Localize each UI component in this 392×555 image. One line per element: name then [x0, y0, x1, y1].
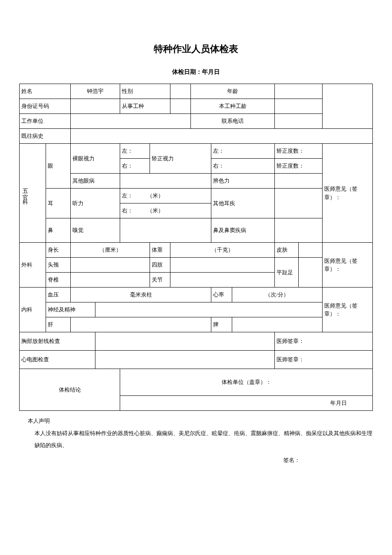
bp-value[interactable]: 毫米汞柱 — [71, 288, 211, 302]
nose-label: 鼻 — [46, 218, 71, 243]
id-value[interactable] — [71, 99, 120, 114]
limbs-label: 四肢 — [150, 258, 170, 273]
gender-label: 性别 — [120, 84, 170, 99]
bp-label: 血压 — [46, 288, 71, 302]
id-label: 身份证号码 — [20, 99, 71, 114]
declaration-body: 本人没有妨碍从事相应特种作业的器质性心脏病、癫痫病、美尼尔氏症、眩晕症、疮病、震… — [19, 427, 373, 452]
corrected-vision-label: 矫正视力 — [150, 144, 211, 174]
head-neck-value[interactable] — [71, 258, 150, 273]
other-ear-value[interactable] — [274, 189, 322, 218]
conclusion-date[interactable]: 年月日 — [120, 396, 373, 411]
color-sense-value[interactable] — [274, 174, 322, 189]
nerve-value[interactable] — [95, 302, 323, 317]
table-row: 姓名 钟浩宇 性别 年龄 — [20, 84, 373, 99]
spleen-value[interactable] — [232, 317, 322, 332]
spine-value[interactable] — [71, 273, 150, 288]
history-value[interactable] — [71, 129, 373, 144]
xray-label: 胸部放射线检查 — [20, 332, 95, 351]
worktype-value[interactable] — [170, 99, 191, 114]
hearing-left[interactable]: 左： （米） — [120, 189, 211, 203]
surgery-label: 外科 — [20, 243, 46, 288]
nose-disease-value[interactable] — [274, 218, 322, 243]
liver-value[interactable] — [71, 317, 211, 332]
skin-value[interactable] — [298, 243, 322, 258]
phone-value[interactable] — [274, 114, 322, 129]
table-row: 体检结论 体检单位（盖章）： — [20, 369, 373, 396]
spleen-label: 脾 — [211, 317, 232, 332]
nerve-label: 神经及精神 — [46, 302, 95, 317]
photo-cell — [322, 84, 372, 129]
table-row: 外科 身长 （厘米） 体重 （千克） 皮肤 医师意见（签章）： — [20, 243, 373, 258]
table-row: 心电图检查 医师签章： — [20, 351, 373, 369]
page-title: 特种作业人员体检表 — [19, 43, 373, 55]
spine-label: 脊椎 — [46, 273, 71, 288]
age-value[interactable] — [274, 84, 322, 99]
exam-date: 体检日期：年月日 — [19, 68, 373, 76]
doctor-opinion-internal[interactable]: 医师意见（签章）： — [322, 288, 372, 332]
height-value[interactable]: （厘米） — [71, 243, 150, 258]
corrected-right[interactable]: 右： — [211, 159, 274, 174]
joint-label: 关节 — [150, 273, 170, 288]
height-label: 身长 — [46, 243, 71, 258]
name-value[interactable]: 钟浩宇 — [71, 84, 120, 99]
history-label: 既往病史 — [20, 129, 71, 144]
table-row: 既往病史 — [20, 129, 373, 144]
doctor-opinion-surgery[interactable]: 医师意见（签章）： — [322, 243, 372, 288]
limbs-value[interactable] — [170, 258, 274, 273]
ecg-value[interactable] — [95, 351, 274, 369]
table-row: 胸部放射线检查 医师签章： — [20, 332, 373, 351]
head-neck-label: 头颈 — [46, 258, 71, 273]
phone-label: 联系电话 — [191, 114, 274, 129]
smell-label: 嗅觉 — [71, 218, 120, 243]
hr-label: 心率 — [211, 288, 232, 302]
smell-value[interactable] — [120, 218, 211, 243]
exam-form-table: 姓名 钟浩宇 性别 年龄 身份证号码 从事工种 本工种工龄 工作单位 联系电话 … — [19, 84, 373, 411]
page: 特种作业人员体检表 体检日期：年月日 姓名 钟浩宇 性别 年龄 身份证号码 从事… — [0, 0, 392, 555]
other-eye-label: 其他眼病 — [71, 174, 120, 189]
workunit-value[interactable] — [71, 114, 191, 129]
eye-label: 眼 — [46, 144, 71, 189]
name-label: 姓名 — [20, 84, 71, 99]
age-label: 年龄 — [191, 84, 274, 99]
hearing-right[interactable]: 右： （米） — [120, 203, 211, 218]
ecg-label: 心电图检查 — [20, 351, 95, 369]
weight-value[interactable]: （千克） — [170, 243, 274, 258]
hr-value[interactable]: （次/分） — [232, 288, 322, 302]
color-sense-label: 辨色力 — [211, 174, 274, 189]
table-row: 身份证号码 从事工种 本工种工龄 — [20, 99, 373, 114]
naked-vision-label: 裸眼视力 — [71, 144, 120, 174]
table-row: 神经及精神 — [20, 302, 373, 317]
naked-vision-left[interactable]: 左： — [120, 144, 150, 159]
naked-vision-right[interactable]: 右： — [120, 159, 150, 174]
other-eye-value[interactable] — [120, 174, 211, 189]
weight-label: 体重 — [150, 243, 170, 258]
workage-value[interactable] — [274, 99, 322, 114]
joint-value[interactable] — [170, 273, 274, 288]
corrected-degree-2[interactable]: 矫正度数： — [274, 159, 322, 174]
nose-disease-label: 鼻及鼻窦疾病 — [211, 218, 274, 243]
ecg-sign[interactable]: 医师签章： — [274, 351, 372, 369]
hearing-label: 听力 — [71, 189, 120, 218]
other-ear-label: 其他耳疾 — [211, 189, 274, 218]
workage-label: 本工种工龄 — [191, 99, 274, 114]
conclusion-unit-stamp[interactable]: 体检单位（盖章）： — [120, 369, 373, 396]
xray-sign[interactable]: 医师签章： — [274, 332, 372, 351]
skin-label: 皮肤 — [274, 243, 298, 258]
signature-label[interactable]: 签名： — [19, 454, 373, 467]
corrected-degree-1[interactable]: 矫正度数： — [274, 144, 322, 159]
gender-value[interactable] — [170, 84, 191, 99]
table-row: 五官科 眼 裸眼视力 左： 矫正视力 左： 矫正度数： 医师意见（签章）： — [20, 144, 373, 159]
doctor-opinion-wuguan[interactable]: 医师意见（签章）： — [322, 144, 372, 243]
table-row: 鼻 嗅觉 鼻及鼻窦疾病 — [20, 218, 373, 243]
flatfoot-value[interactable] — [298, 258, 322, 288]
table-row: 耳 听力 左： （米） 其他耳疾 — [20, 189, 373, 203]
liver-label: 肝 — [46, 317, 71, 332]
table-row: 头颈 四肢 平趾足 — [20, 258, 373, 273]
corrected-left[interactable]: 左： — [211, 144, 274, 159]
table-row: 其他眼病 辨色力 — [20, 174, 373, 189]
declaration-block: 本人声明 本人没有妨碍从事相应特种作业的器质性心脏病、癫痫病、美尼尔氏症、眩晕症… — [19, 415, 373, 466]
flatfoot-label: 平趾足 — [274, 258, 298, 288]
table-row: 工作单位 联系电话 — [20, 114, 373, 129]
xray-value[interactable] — [95, 332, 274, 351]
wuguan-label: 五官科 — [20, 144, 46, 243]
